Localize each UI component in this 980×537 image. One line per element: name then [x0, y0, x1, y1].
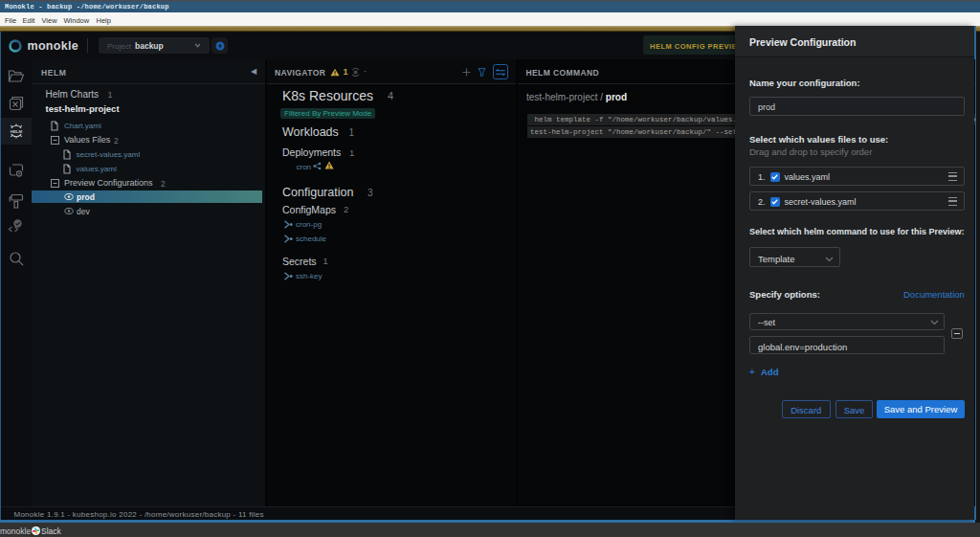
svg-text:HELM: HELM	[11, 129, 23, 134]
